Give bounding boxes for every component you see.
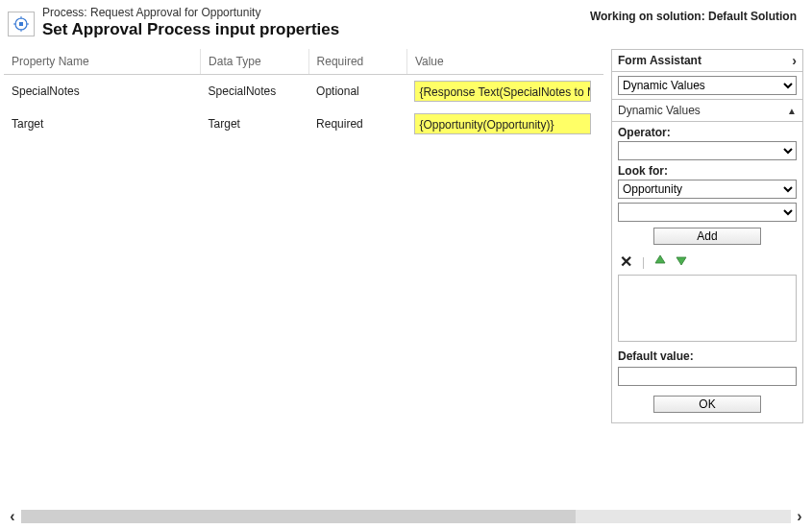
horizontal-scrollbar[interactable]: ‹ › [4, 508, 808, 525]
svg-rect-1 [19, 22, 23, 26]
page-title: Set Approval Process input properties [42, 20, 590, 39]
prop-type: SpecialNotes [201, 75, 309, 108]
value-token[interactable]: {Opportunity(Opportunity)} [415, 114, 590, 133]
prop-required: Optional [308, 75, 406, 108]
selected-values-box[interactable] [618, 275, 797, 342]
col-header-type[interactable]: Data Type [201, 49, 309, 75]
move-down-icon[interactable] [676, 254, 687, 269]
add-button[interactable]: Add [653, 228, 761, 245]
process-line: Process: Request Approval for Opportunit… [42, 6, 590, 19]
scroll-thumb[interactable] [21, 510, 576, 523]
prop-required: Required [308, 108, 406, 140]
table-row[interactable]: SpecialNotes SpecialNotes Optional {Resp… [4, 75, 603, 108]
properties-table: Property Name Data Type Required Value S… [0, 49, 611, 423]
dynamic-values-section-title: Dynamic Values [618, 104, 701, 117]
default-value-input[interactable] [618, 367, 797, 386]
col-header-name[interactable]: Property Name [4, 49, 201, 75]
lookfor-field-select[interactable] [618, 203, 797, 222]
col-header-value[interactable]: Value [406, 49, 603, 75]
move-up-icon[interactable] [654, 254, 666, 269]
scroll-left-icon[interactable]: ‹ [4, 508, 21, 525]
solution-label: Working on solution: Default Solution [590, 6, 804, 23]
table-row[interactable]: Target Target Required {Opportunity(Oppo… [4, 108, 603, 140]
separator: | [642, 255, 645, 269]
form-assistant-panel: Form Assistant › Dynamic Values Dynamic … [611, 49, 803, 423]
value-input[interactable]: {Response Text(SpecialNotes to Manage [414, 81, 591, 102]
operator-label: Operator: [618, 126, 797, 139]
svg-marker-6 [655, 255, 665, 263]
svg-marker-7 [677, 257, 686, 265]
default-value-label: Default value: [612, 346, 802, 363]
value-input[interactable]: {Opportunity(Opportunity)} [414, 113, 591, 134]
lookfor-label: Look for: [618, 164, 797, 178]
assistant-mode-select[interactable]: Dynamic Values [618, 76, 797, 95]
form-assistant-title: Form Assistant [618, 54, 701, 67]
process-icon [8, 12, 35, 36]
operator-select[interactable] [618, 141, 797, 160]
ok-button[interactable]: OK [653, 396, 761, 413]
prop-name: Target [4, 108, 201, 140]
scroll-track[interactable] [21, 510, 791, 523]
remove-icon[interactable]: ✕ [620, 252, 632, 271]
lookfor-entity-select[interactable]: Opportunity [618, 180, 797, 199]
prop-type: Target [201, 108, 309, 140]
col-header-required[interactable]: Required [308, 49, 406, 75]
prop-name: SpecialNotes [4, 75, 201, 108]
collapse-icon[interactable]: ▲ [787, 106, 797, 116]
chevron-right-icon[interactable]: › [792, 54, 797, 67]
scroll-right-icon[interactable]: › [791, 508, 808, 525]
value-token[interactable]: {Response Text(SpecialNotes to Manage [415, 82, 590, 101]
